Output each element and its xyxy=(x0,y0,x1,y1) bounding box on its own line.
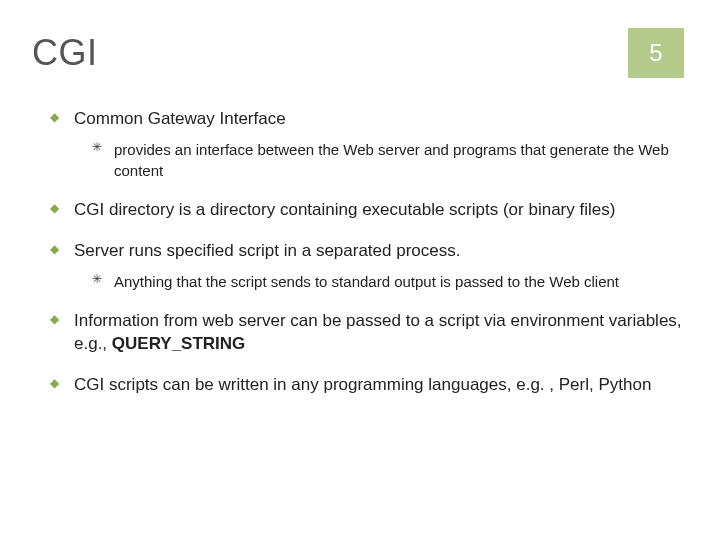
bullet-text: Server runs specified script in a separa… xyxy=(74,241,460,260)
sub-list-item: Anything that the script sends to standa… xyxy=(92,271,684,292)
list-item: Common Gateway Interface provides an int… xyxy=(50,108,684,181)
bullet-text: CGI scripts can be written in any progra… xyxy=(74,375,651,394)
sub-list: provides an interface between the Web se… xyxy=(92,139,684,181)
list-item: CGI directory is a directory containing … xyxy=(50,199,684,222)
list-item: Server runs specified script in a separa… xyxy=(50,240,684,292)
slide-title: CGI xyxy=(32,32,98,74)
list-item: CGI scripts can be written in any progra… xyxy=(50,374,684,397)
sub-bullet-text: provides an interface between the Web se… xyxy=(114,141,669,179)
bullet-text: Common Gateway Interface xyxy=(74,109,286,128)
slide-header: CGI 5 xyxy=(32,28,684,78)
bullet-text-bold: QUERY_STRING xyxy=(112,334,246,353)
bullet-text: CGI directory is a directory containing … xyxy=(74,200,615,219)
bullet-list: Common Gateway Interface provides an int… xyxy=(50,108,684,397)
slide: CGI 5 Common Gateway Interface provides … xyxy=(0,0,720,540)
sub-bullet-text: Anything that the script sends to standa… xyxy=(114,273,619,290)
sub-list-item: provides an interface between the Web se… xyxy=(92,139,684,181)
sub-list: Anything that the script sends to standa… xyxy=(92,271,684,292)
list-item: Information from web server can be passe… xyxy=(50,310,684,356)
page-number: 5 xyxy=(649,39,662,67)
page-number-box: 5 xyxy=(628,28,684,78)
